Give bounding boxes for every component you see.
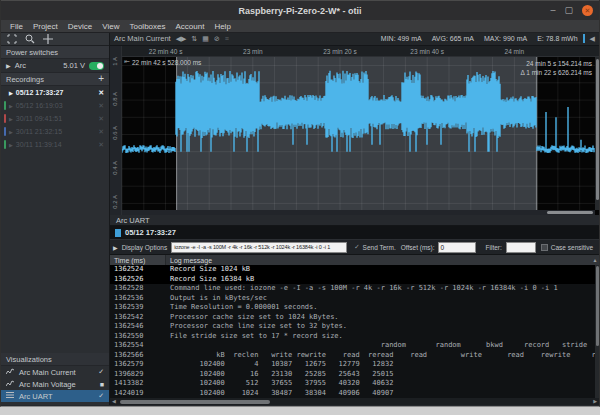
log-row[interactable]: 1396829 102400 16 23130 25285 25643 2501…	[110, 370, 599, 380]
add-recording-button[interactable]: +	[98, 74, 104, 84]
log-row[interactable]: 1362542Processor cache size set to 1024 …	[110, 313, 599, 323]
log-message: Command line used: iozone -e -I -a -s 10…	[166, 284, 558, 294]
menu-account[interactable]: Account	[170, 22, 209, 31]
recording-item[interactable]: ▶30/11 11:39:14✕	[1, 138, 109, 151]
stat-max: MAX: 990 mA	[484, 35, 527, 42]
log-row[interactable]: 1362554 random random bkwd record stride	[110, 341, 599, 351]
power-toggle[interactable]	[89, 62, 104, 70]
recording-item[interactable]: ▶30/11 21:32:15✕	[1, 125, 109, 138]
chart-v-scrollbar[interactable]	[595, 57, 599, 210]
delete-recording-icon[interactable]: ✕	[98, 128, 104, 136]
delete-recording-icon[interactable]: ✕	[98, 115, 104, 123]
log-h-scrollbar[interactable]: ◀ ▶	[110, 398, 599, 405]
scroll-up-icon[interactable]: ▲	[591, 255, 599, 265]
grid-icon[interactable]: ▦	[202, 35, 209, 43]
send-term-check[interactable]: ✓	[354, 243, 359, 251]
case-sensitive-label: Case sensitive	[551, 244, 593, 251]
log-time: 1362546	[110, 322, 166, 332]
filter-input[interactable]	[506, 242, 536, 253]
viz-label: Arc Main Voltage	[19, 380, 76, 389]
expand-arrow-icon[interactable]: ▶	[6, 62, 11, 69]
play-icon[interactable]: ▶	[9, 142, 13, 148]
recording-item[interactable]: ▶05/12 17:33:27✕	[1, 86, 109, 99]
recording-item[interactable]: ▶30/11 09:41:51✕	[1, 112, 109, 125]
log-message: Record Size 1024 kB	[166, 265, 250, 275]
minimize-button[interactable]: –	[550, 6, 555, 15]
disable-icon[interactable]: ⊘	[214, 35, 220, 43]
menu-view[interactable]: View	[97, 22, 124, 31]
check-icon[interactable]: ✓	[98, 392, 104, 400]
zoom-tool-icon[interactable]	[24, 34, 35, 45]
menu-toolboxes[interactable]: Toolboxes	[124, 22, 170, 31]
log-message: 102400 4 10387 12675 12779 12832	[166, 360, 393, 370]
recording-item[interactable]: ▶05/12 16:19:03✕	[1, 99, 109, 112]
h-zoom-icon[interactable]: ◀▶	[176, 35, 187, 43]
log-row[interactable]: 1362524Record Size 1024 kB	[110, 265, 599, 275]
current-chart[interactable]: 1 A0.8 A0.6 A0.4 A0.2 A 22 min 40 s23 mi…	[110, 46, 599, 215]
log-time: 1362550	[110, 332, 166, 342]
case-sensitive-checkbox[interactable]	[541, 244, 548, 251]
y-tick-label: 0.4 A	[112, 161, 118, 175]
close-button[interactable]: ✕	[582, 5, 593, 16]
viz-label: Arc Main Current	[19, 368, 76, 377]
menu-file[interactable]: File	[5, 22, 28, 31]
log-row[interactable]: 1424019 102400 1024 38487 38304 40906 40…	[110, 389, 599, 399]
viz-item-arc-uart[interactable]: Arc UART✓	[1, 390, 109, 402]
collapse-panel-icon[interactable]: ◀	[590, 35, 595, 43]
col-time[interactable]: Time (ms)	[110, 255, 166, 265]
v-zoom-icon[interactable]: ⇅	[191, 35, 197, 43]
select-tool-icon[interactable]	[6, 34, 17, 45]
offset-input[interactable]: 0	[438, 242, 476, 253]
log-table[interactable]: 1362524Record Size 1024 kB1362526Record …	[110, 265, 599, 398]
menu-icon[interactable]: ≡	[225, 35, 229, 42]
log-message: Time Resolution = 0.000001 seconds.	[166, 303, 318, 313]
log-time: 1413382	[110, 379, 166, 389]
maximize-button[interactable]: ▢	[564, 6, 573, 15]
col-message[interactable]: Log message	[166, 255, 591, 265]
log-row[interactable]: 1413382 102400 512 37655 37955 40320 406…	[110, 379, 599, 389]
window-title: Raspberry-Pi-Zero-2-W* - otii	[1, 6, 599, 16]
delete-recording-icon[interactable]: ✕	[98, 141, 104, 149]
display-options-arrow-icon[interactable]: ▶	[113, 244, 118, 251]
log-row[interactable]: 1362528Command line used: iozone -e -I -…	[110, 284, 599, 294]
uart-controls: ▶ Display Options iozone -e -I -a -s 100…	[110, 239, 599, 255]
log-v-scrollbar[interactable]	[595, 265, 599, 398]
uart-recording-tab[interactable]: 05/12 17:33:27	[110, 226, 599, 239]
log-row[interactable]: 1362566 kB reclen write rewrite read rer…	[110, 351, 599, 361]
menu-project[interactable]: Project	[28, 22, 63, 31]
viz-item-arc-main-voltage[interactable]: Arc Main Voltage■	[1, 378, 109, 390]
delete-recording-icon[interactable]: ✕	[98, 102, 104, 110]
command-input[interactable]: iozone -e -I -a -s 100M -r 4k -r 16k -r …	[171, 242, 347, 253]
y-tick-label: 0.6 A	[112, 126, 118, 140]
play-icon[interactable]: ▶	[9, 103, 13, 109]
log-h-scrollbar-thumb[interactable]	[120, 400, 270, 404]
menu-device[interactable]: Device	[63, 22, 97, 31]
time-axis[interactable]: 22 min 40 s23 min23 min 20 s23 min 40 s2…	[122, 46, 599, 57]
menu-help[interactable]: Help	[209, 22, 235, 31]
log-row[interactable]: 1362539Time Resolution = 0.000001 second…	[110, 303, 599, 313]
log-row[interactable]: 1362526Record Size 16384 kB	[110, 275, 599, 285]
delete-recording-icon[interactable]: ✕	[98, 89, 104, 97]
play-icon[interactable]: ▶	[9, 116, 13, 122]
scroll-left-icon[interactable]: ◀	[112, 398, 116, 405]
play-icon[interactable]: ▶	[9, 90, 13, 96]
log-row[interactable]: 1362550File stride size set to 17 * reco…	[110, 332, 599, 342]
square-icon[interactable]: ■	[100, 381, 104, 388]
scroll-right-icon[interactable]: ▶	[593, 398, 597, 405]
log-row[interactable]: 1362579 102400 4 10387 12675 12779 12832	[110, 360, 599, 370]
log-row[interactable]: 1362536Output is in kBytes/sec	[110, 294, 599, 304]
pan-tool-icon[interactable]	[42, 34, 53, 45]
log-message: random random bkwd record stride	[166, 341, 587, 351]
check-icon[interactable]: ✓	[98, 368, 104, 376]
power-switch-arc[interactable]: ▶ Arc 5.01 V	[1, 59, 109, 73]
log-message: 102400 1024 38487 38304 40906 40907	[166, 389, 393, 399]
accent-bar	[583, 34, 585, 43]
viz-item-arc-main-current[interactable]: Arc Main Current✓	[1, 366, 109, 378]
log-v-scrollbar-thumb[interactable]	[596, 266, 599, 346]
log-time: 1396829	[110, 370, 166, 380]
chart-v-scrollbar-thumb[interactable]	[596, 59, 599, 200]
waveform-plot[interactable]	[122, 57, 595, 212]
play-icon[interactable]: ▶	[9, 129, 13, 135]
log-row[interactable]: 1362546Processor cache line size set to …	[110, 322, 599, 332]
chart-h-scrollbar-thumb[interactable]	[547, 211, 593, 214]
